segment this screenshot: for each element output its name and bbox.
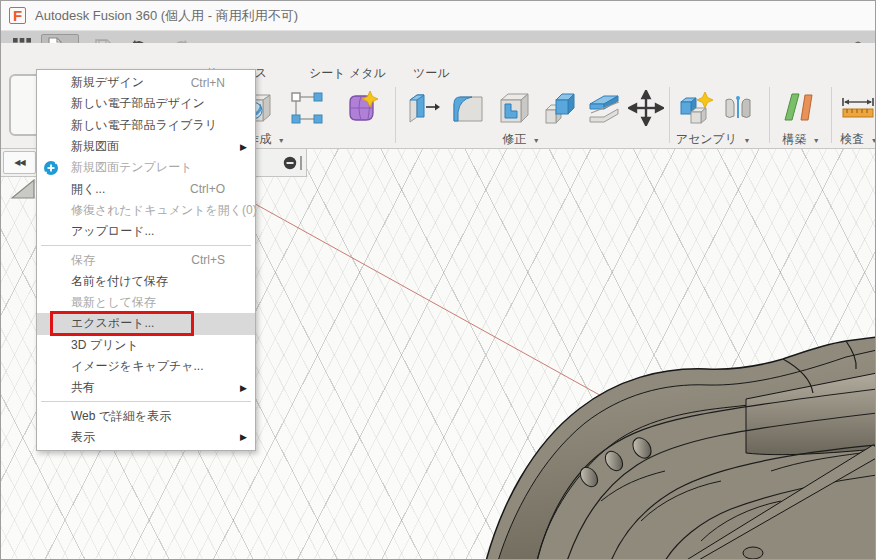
menu-item-label: 名前を付けて保存 (37, 273, 168, 290)
menu-item-label: 開く... (37, 181, 105, 198)
ribbon-divider (831, 87, 832, 143)
corner-triangle (11, 179, 35, 199)
menu-item-new-electronics-library[interactable]: 新しい電子部品ライブラリ (37, 115, 255, 136)
ribbon-divider (769, 87, 770, 143)
menu-item-label: 修復されたドキュメントを開く(0) (37, 202, 257, 219)
joint-icon[interactable] (719, 89, 757, 127)
tab-tools[interactable]: ツール (413, 65, 450, 81)
menu-item-new-drawing[interactable]: 新規図面▶ (37, 136, 255, 157)
press-pull-icon[interactable] (403, 89, 441, 127)
ribbon-divider (669, 87, 670, 143)
create-caret-icon: ▼ (278, 137, 285, 144)
inspect-caret-icon: ▼ (871, 137, 876, 144)
shell-icon[interactable] (495, 89, 533, 127)
menu-item-label: アップロード... (37, 223, 154, 240)
menu-item-label: 表示 (37, 429, 95, 446)
menu-item-label: 新しい電子部品ライブラリ (37, 117, 217, 134)
3d-model[interactable] (481, 331, 876, 560)
tab-scroll-left-button[interactable]: ◀◀ (3, 151, 36, 174)
tab-close-icon[interactable] (283, 156, 297, 170)
menu-item-label: イメージをキャプチャ... (37, 358, 204, 375)
menu-item-shortcut: Ctrl+S (191, 253, 225, 267)
menu-item-label: 新規図面 (37, 138, 119, 155)
menu-item-open[interactable]: 開く...Ctrl+O (37, 178, 255, 199)
menu-item-export[interactable]: エクスポート... (37, 313, 255, 334)
menu-separator (37, 398, 255, 405)
menu-item-label: 新しい電子部品デザイン (37, 95, 205, 112)
offset-face-icon[interactable] (585, 89, 623, 127)
group-label-assembly[interactable]: アセンブリ ▼ (676, 131, 751, 146)
menu-item-open-recovered-documents: 修復されたドキュメントを開く(0) (37, 200, 255, 221)
menu-item-shortcut: Ctrl+O (190, 182, 225, 196)
submenu-arrow-icon: ▶ (240, 142, 247, 152)
group-label-construct[interactable]: 構築 ▼ (782, 131, 819, 146)
assembly-caret-icon: ▼ (743, 137, 750, 144)
move-icon[interactable] (627, 89, 665, 127)
menu-item-label: 新規デザイン (37, 74, 144, 91)
submenu-arrow-icon: ▶ (240, 383, 247, 393)
new-component-icon[interactable] (677, 89, 715, 127)
ribbon-divider (395, 87, 396, 143)
tab-sheet-metal[interactable]: シート メタル (309, 65, 386, 81)
fusion-logo-icon: F (9, 7, 26, 24)
window-title: Autodesk Fusion 360 (個人用 - 商用利用不可) (35, 7, 298, 25)
menu-item-view[interactable]: 表示▶ (37, 427, 255, 448)
menu-item-label: 新規図面テンプレート (37, 159, 192, 176)
menu-item-share[interactable]: 共有▶ (37, 377, 255, 398)
tab-separator (300, 156, 302, 170)
menu-item-save-as[interactable]: 名前を付けて保存 (37, 271, 255, 292)
create-form-icon[interactable] (341, 89, 379, 127)
menu-item-new-electronics-design[interactable]: 新しい電子部品デザイン (37, 93, 255, 114)
drawing-template-icon (43, 160, 59, 179)
menu-separator (37, 242, 255, 249)
menu-item-save-as-latest: 最新として保存 (37, 292, 255, 313)
menu-item-save: 保存Ctrl+S (37, 249, 255, 270)
menu-item-capture-image[interactable]: イメージをキャプチャ... (37, 356, 255, 377)
menu-item-new-drawing-template: 新規図面テンプレート (37, 157, 255, 178)
menu-item-label: 最新として保存 (37, 294, 156, 311)
modify-caret-icon: ▼ (533, 137, 540, 144)
title-bar: F Autodesk Fusion 360 (個人用 - 商用利用不可) (1, 1, 876, 31)
menu-item-new-design[interactable]: 新規デザインCtrl+N (37, 72, 255, 93)
menu-item-shortcut: Ctrl+N (191, 76, 225, 90)
measure-icon[interactable] (839, 89, 876, 127)
file-menu: 新規デザインCtrl+N新しい電子部品デザイン新しい電子部品ライブラリ新規図面▶… (36, 69, 256, 451)
menu-item-view-details-on-web[interactable]: Web で詳細を表示 (37, 405, 255, 426)
combine-icon[interactable] (541, 89, 579, 127)
menu-item-label: Web で詳細を表示 (37, 408, 171, 425)
menu-item-label: 保存 (37, 252, 95, 269)
menu-item-label: 共有 (37, 379, 95, 396)
menu-item-upload[interactable]: アップロード... (37, 221, 255, 242)
fillet-icon[interactable] (449, 89, 487, 127)
menu-item-3d-print[interactable]: 3D プリント (37, 335, 255, 356)
submenu-arrow-icon: ▶ (240, 432, 247, 442)
construct-caret-icon: ▼ (813, 137, 820, 144)
menu-item-label: エクスポート... (37, 315, 154, 332)
menu-item-label: 3D プリント (37, 337, 139, 354)
rectangular-pattern-icon[interactable] (288, 89, 326, 127)
construction-plane-icon[interactable] (779, 89, 817, 127)
group-label-modify[interactable]: 修正 ▼ (502, 131, 539, 146)
group-label-inspect[interactable]: 検査 ▼ (840, 131, 876, 146)
fusion360-window: F Autodesk Fusion 360 (個人用 - 商用利用不可) ▼ (0, 0, 876, 560)
